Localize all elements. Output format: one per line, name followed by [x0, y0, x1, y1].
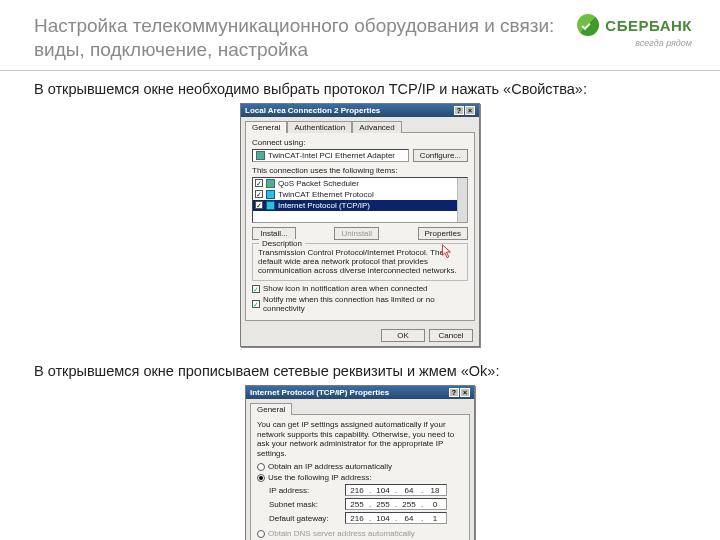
lan-properties-window: Local Area Connection 2 Properties ? × G… [240, 103, 480, 348]
checkbox-icon[interactable]: ✓ [252, 300, 260, 308]
checkbox-icon[interactable]: ✓ [255, 190, 263, 198]
close-icon[interactable]: × [465, 106, 475, 115]
checkbox-icon[interactable]: ✓ [252, 285, 260, 293]
radio-auto-ip[interactable] [257, 463, 265, 471]
mask-label: Subnet mask: [269, 500, 345, 509]
list-item: ✓QoS Packet Scheduler [253, 178, 467, 189]
properties-button[interactable]: Properties [418, 227, 468, 240]
connect-using-label: Connect using: [252, 138, 468, 147]
sberbank-logo: СБЕРБАНК всегда рядом [577, 14, 692, 48]
window-title: Internet Protocol (TCP/IP) Properties [250, 388, 389, 397]
tcpip-properties-window: Internet Protocol (TCP/IP) Properties ? … [245, 385, 475, 540]
gw-input[interactable]: 216.104.64.1 [345, 512, 447, 524]
paragraph-1: В открывшемся окне необходимо выбрать пр… [0, 71, 720, 101]
protocol-icon [266, 201, 275, 210]
list-item: ✓TwinCAT Ethernet Protocol [253, 189, 467, 200]
radio-static-ip[interactable] [257, 474, 265, 482]
description-label: Description [259, 239, 305, 248]
adapter-name: TwinCAT-Intel PCI Ethernet Adapter [268, 151, 395, 160]
slide-header: Настройка телекоммуникационного оборудов… [0, 0, 720, 71]
tab-general[interactable]: General [245, 121, 287, 133]
checkbox-icon[interactable]: ✓ [255, 179, 263, 187]
info-text: You can get IP settings assigned automat… [257, 420, 463, 458]
description-text: Transmission Control Protocol/Internet P… [258, 248, 462, 276]
tab-general[interactable]: General [250, 403, 292, 415]
uninstall-button: Uninstall [334, 227, 379, 240]
list-item-selected: ✓Internet Protocol (TCP/IP) [253, 200, 467, 211]
gw-label: Default gateway: [269, 514, 345, 523]
checkbox-icon[interactable]: ✓ [255, 201, 263, 209]
ok-button[interactable]: OK [381, 329, 425, 342]
slide-title: Настройка телекоммуникационного оборудов… [34, 14, 567, 62]
window-title: Local Area Connection 2 Properties [245, 106, 380, 115]
protocol-icon [266, 179, 275, 188]
notify-checkbox-label: Notify me when this connection has limit… [263, 295, 468, 313]
help-icon[interactable]: ? [454, 106, 464, 115]
configure-button[interactable]: Configure... [413, 149, 468, 162]
close-icon[interactable]: × [460, 388, 470, 397]
sberbank-logo-icon [577, 14, 599, 36]
show-icon-checkbox-label: Show icon in notification area when conn… [263, 284, 428, 293]
protocol-listbox[interactable]: ✓QoS Packet Scheduler ✓TwinCAT Ethernet … [252, 177, 468, 223]
sberbank-tagline: всегда рядом [635, 38, 692, 48]
paragraph-2: В открывшемся окне прописываем сетевые р… [0, 353, 720, 383]
mask-input[interactable]: 255.255.255.0 [345, 498, 447, 510]
scrollbar[interactable] [457, 178, 467, 222]
help-icon[interactable]: ? [449, 388, 459, 397]
cursor-icon [441, 244, 455, 260]
ip-input[interactable]: 216.104.64.18 [345, 484, 447, 496]
ip-label: IP address: [269, 486, 345, 495]
protocol-icon [266, 190, 275, 199]
tab-authentication[interactable]: Authentication [287, 121, 352, 133]
window-titlebar[interactable]: Local Area Connection 2 Properties ? × [241, 104, 479, 117]
tab-advanced[interactable]: Advanced [352, 121, 402, 133]
cancel-button[interactable]: Cancel [429, 329, 473, 342]
sberbank-logo-text: СБЕРБАНК [605, 17, 692, 34]
radio-auto-dns [257, 530, 265, 538]
adapter-icon [256, 151, 265, 160]
items-label: This connection uses the following items… [252, 166, 468, 175]
window-titlebar[interactable]: Internet Protocol (TCP/IP) Properties ? … [246, 386, 474, 399]
